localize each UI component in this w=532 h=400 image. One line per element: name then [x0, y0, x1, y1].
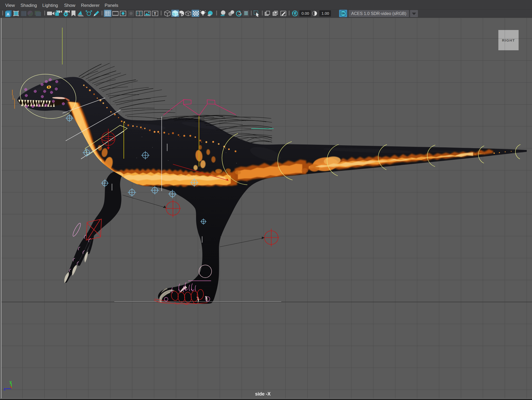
svg-text:0.00: 0.00: [301, 11, 309, 16]
svg-text:z: z: [4, 387, 6, 391]
svg-text:T: T: [154, 11, 156, 16]
svg-text:1.00: 1.00: [321, 11, 329, 16]
svg-text:A: A: [7, 12, 9, 16]
svg-text:ACES 1.0 SDR-video (sRGB): ACES 1.0 SDR-video (sRGB): [351, 11, 406, 16]
svg-text:RIGHT: RIGHT: [502, 38, 515, 42]
svg-text:y: y: [9, 379, 12, 384]
svg-text:ON: ON: [341, 12, 345, 15]
